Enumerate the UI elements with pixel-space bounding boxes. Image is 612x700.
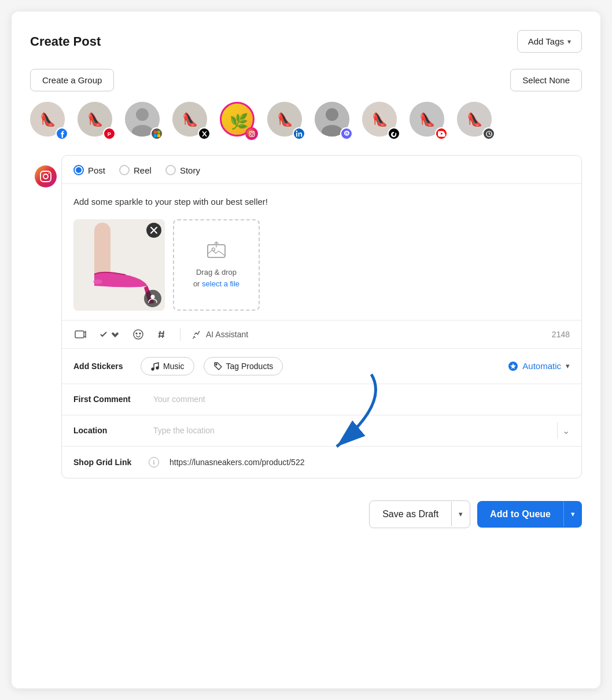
svg-point-49 — [156, 367, 158, 369]
media-person-tag-button[interactable] — [144, 290, 161, 307]
post-type-story-label: Story — [180, 165, 200, 175]
post-type-reel[interactable]: Reel — [119, 165, 152, 175]
ig-indicator — [30, 155, 61, 187]
select-none-button[interactable]: Select None — [510, 69, 582, 91]
page-title: Create Post — [30, 34, 101, 49]
social-badge-ig — [245, 127, 258, 140]
svg-line-46 — [159, 331, 160, 338]
stickers-bar: Add Stickers Music Tag Products — [62, 349, 581, 384]
radio-reel-circle — [119, 165, 130, 175]
shop-grid-row: Shop Grid Link i — [62, 447, 581, 478]
social-badge-other — [482, 127, 495, 140]
post-type-reel-label: Reel — [134, 165, 152, 175]
svg-rect-40 — [75, 331, 84, 338]
svg-point-43 — [139, 333, 141, 334]
post-content: Post Reel Story Add some sparkle to your… — [61, 155, 582, 478]
toolbar-divider — [180, 328, 180, 341]
account-avatar-yt[interactable]: 👠 — [410, 102, 449, 141]
account-avatar-ig[interactable]: 🌿 — [220, 102, 259, 141]
accounts-bar: Create a Group Select None — [30, 69, 582, 91]
instagram-icon — [35, 165, 57, 187]
media-upload-button[interactable] — [73, 327, 87, 341]
social-badge-ms — [150, 127, 163, 140]
ai-assistant-button[interactable]: AI Assistant — [192, 329, 248, 340]
media-drop-zone[interactable]: Drag & drop or select a file — [173, 219, 260, 311]
svg-rect-16 — [249, 131, 254, 136]
svg-point-17 — [250, 132, 253, 135]
svg-text:👠: 👠 — [87, 112, 104, 127]
location-input[interactable] — [149, 426, 557, 435]
account-avatar-other[interactable]: 👠 — [457, 102, 496, 141]
hashtag-button[interactable] — [154, 327, 168, 341]
automatic-label: Automatic — [522, 361, 561, 371]
svg-point-22 — [326, 108, 338, 121]
editor-toolbar: AI Assistant 2148 — [62, 320, 581, 349]
create-group-button[interactable]: Create a Group — [30, 69, 114, 91]
ai-assistant-label: AI Assistant — [206, 330, 248, 339]
first-comment-row: First Comment — [62, 384, 581, 415]
automatic-chevron-icon: ▾ — [566, 362, 570, 370]
social-badge-pi: P — [103, 127, 116, 140]
svg-point-48 — [152, 368, 154, 370]
social-badge-fb — [56, 127, 68, 140]
svg-rect-8 — [153, 130, 156, 133]
music-label: Music — [163, 362, 185, 371]
save-draft-main-button[interactable]: Save as Draft — [370, 501, 451, 528]
svg-text:👠: 👠 — [277, 112, 293, 127]
save-draft-chevron-button[interactable]: ▾ — [451, 502, 470, 526]
top-bar: Create Post Add Tags ▾ — [30, 30, 582, 53]
first-comment-label: First Comment — [73, 395, 149, 404]
avatars-row: 👠 👠 P 👠 — [30, 102, 582, 141]
svg-point-42 — [136, 333, 137, 334]
svg-text:👠: 👠 — [40, 112, 56, 127]
location-row: Location ⌄ — [62, 415, 581, 447]
add-tags-button[interactable]: Add Tags ▾ — [517, 30, 582, 53]
media-close-button[interactable] — [146, 223, 161, 238]
select-file-link[interactable]: select a file — [202, 279, 239, 288]
social-badge-li — [293, 127, 305, 140]
add-queue-main-button[interactable]: Add to Queue — [477, 501, 563, 528]
social-badge-tk — [388, 127, 400, 140]
post-type-post-label: Post — [88, 165, 105, 175]
account-avatar-ms[interactable] — [125, 102, 164, 141]
shop-grid-input[interactable] — [165, 458, 570, 467]
automatic-button[interactable]: Automatic ▾ — [507, 360, 570, 372]
post-type-post[interactable]: Post — [73, 165, 105, 175]
svg-point-32 — [43, 174, 48, 179]
tag-products-button[interactable]: Tag Products — [204, 357, 283, 375]
char-count: 2148 — [552, 330, 570, 339]
emoji-button[interactable] — [131, 327, 145, 341]
first-comment-input[interactable] — [149, 395, 570, 404]
location-label: Location — [73, 426, 149, 435]
stickers-label: Add Stickers — [73, 362, 131, 371]
account-avatar-ma[interactable] — [315, 102, 354, 141]
drop-zone-text: Drag & drop or select a file — [193, 267, 239, 289]
svg-line-47 — [163, 331, 164, 338]
svg-rect-11 — [157, 134, 160, 137]
music-button[interactable]: Music — [141, 357, 194, 375]
shop-grid-info-icon[interactable]: i — [149, 457, 159, 467]
svg-rect-31 — [40, 171, 51, 182]
post-type-bar: Post Reel Story — [62, 156, 581, 184]
add-tags-label: Add Tags — [528, 36, 564, 46]
account-avatar-tk[interactable]: 👠 — [362, 102, 401, 141]
account-avatar-li[interactable]: 👠 — [267, 102, 307, 141]
svg-point-33 — [49, 173, 50, 174]
svg-point-37 — [151, 294, 155, 299]
account-avatar-pi[interactable]: 👠 P — [78, 102, 117, 141]
add-tags-chevron-icon: ▾ — [567, 38, 571, 46]
media-options-button[interactable] — [97, 327, 122, 341]
page-container: Create Post Add Tags ▾ Create a Group Se… — [12, 12, 600, 688]
account-avatar-fb[interactable]: 👠 — [30, 102, 69, 141]
add-queue-button-group: Add to Queue ▾ — [477, 501, 582, 528]
location-chevron-icon[interactable]: ⌄ — [562, 425, 570, 436]
post-type-story[interactable]: Story — [165, 165, 200, 175]
svg-text:🌿: 🌿 — [230, 112, 249, 131]
account-avatar-tw[interactable]: 👠 — [172, 102, 212, 141]
svg-text:👠: 👠 — [182, 112, 198, 127]
add-queue-chevron-button[interactable]: ▾ — [563, 502, 582, 526]
toolbar-left: AI Assistant — [73, 327, 248, 341]
svg-rect-10 — [153, 134, 156, 137]
tag-products-label: Tag Products — [226, 362, 274, 371]
location-field-divider — [557, 422, 558, 439]
